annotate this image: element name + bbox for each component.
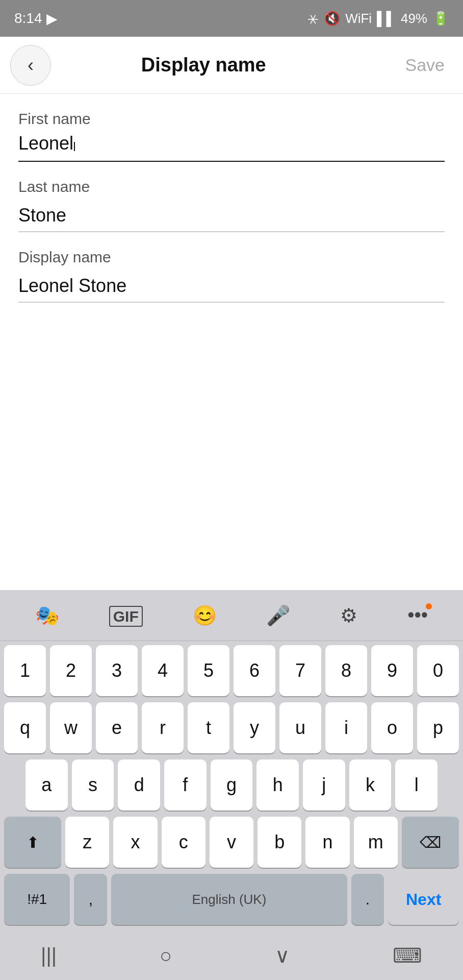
- recent-apps-button[interactable]: |||: [41, 944, 57, 967]
- text-cursor: [74, 142, 75, 151]
- key-u[interactable]: u: [279, 702, 321, 753]
- num-symbol-button[interactable]: !#1: [4, 874, 70, 925]
- bottom-row: !#1 , English (UK) . Next: [0, 870, 463, 931]
- form-content: First name Leonel Last name Stone Displa…: [0, 94, 463, 303]
- more-button[interactable]: •••: [399, 599, 436, 631]
- key-v[interactable]: v: [210, 817, 253, 868]
- key-o[interactable]: o: [371, 702, 413, 753]
- nav-bar: ||| ○ ∨ ⌨: [0, 931, 463, 980]
- key-i[interactable]: i: [325, 702, 367, 753]
- key-1[interactable]: 1: [4, 645, 46, 696]
- key-m[interactable]: m: [354, 817, 398, 868]
- key-e[interactable]: e: [96, 702, 138, 753]
- display-name-label: Display name: [18, 249, 445, 266]
- key-b[interactable]: b: [258, 817, 301, 868]
- space-key[interactable]: English (UK): [111, 874, 347, 925]
- signal-icon: ▌▌: [377, 11, 396, 27]
- key-3[interactable]: 3: [96, 645, 138, 696]
- key-z[interactable]: z: [65, 817, 109, 868]
- number-row: 1 2 3 4 5 6 7 8 9 0: [0, 641, 463, 698]
- keyboard-toggle-button[interactable]: ⌨: [393, 944, 422, 967]
- mic-icon: 🎤: [266, 605, 290, 626]
- notification-dot: [426, 603, 432, 609]
- key-2[interactable]: 2: [50, 645, 92, 696]
- last-name-section: Last name Stone: [18, 178, 445, 232]
- battery-percent: 49%: [401, 11, 427, 27]
- key-9[interactable]: 9: [371, 645, 413, 696]
- key-c[interactable]: c: [162, 817, 205, 868]
- backspace-button[interactable]: ⌫: [402, 817, 459, 868]
- camera-icon: ▶: [46, 10, 58, 27]
- key-r[interactable]: r: [142, 702, 184, 753]
- sticker-icon: 🎭: [35, 605, 59, 626]
- emoji-button[interactable]: 😊: [185, 599, 225, 632]
- key-t[interactable]: t: [188, 702, 229, 753]
- key-7[interactable]: 7: [279, 645, 321, 696]
- home-button[interactable]: ○: [160, 944, 172, 967]
- next-button[interactable]: Next: [388, 874, 459, 925]
- asdf-row: a s d f g h j k l: [0, 755, 463, 813]
- period-key[interactable]: .: [351, 874, 384, 925]
- key-l[interactable]: l: [395, 760, 438, 811]
- zxcvbnm-row: ⬆ z x c v b n m ⌫: [0, 813, 463, 870]
- mic-button[interactable]: 🎤: [258, 599, 298, 632]
- back-nav-button[interactable]: ∨: [275, 944, 290, 967]
- sticker-button[interactable]: 🎭: [27, 599, 67, 632]
- key-d[interactable]: d: [118, 760, 160, 811]
- gear-icon: ⚙: [340, 605, 357, 626]
- keyboard: 🎭 GIF 😊 🎤 ⚙ ••• 1 2 3 4 5 6 7 8 9 0 q: [0, 590, 463, 980]
- key-h[interactable]: h: [256, 760, 299, 811]
- status-left: 8:14 ▶: [14, 10, 58, 27]
- key-k[interactable]: k: [349, 760, 392, 811]
- key-0[interactable]: 0: [417, 645, 459, 696]
- key-g[interactable]: g: [211, 760, 253, 811]
- key-j[interactable]: j: [303, 760, 345, 811]
- volume-off-icon: 🔇: [324, 11, 340, 27]
- key-s[interactable]: s: [72, 760, 114, 811]
- key-q[interactable]: q: [4, 702, 46, 753]
- key-y[interactable]: y: [234, 702, 275, 753]
- key-6[interactable]: 6: [234, 645, 275, 696]
- key-w[interactable]: w: [50, 702, 92, 753]
- key-f[interactable]: f: [164, 760, 207, 811]
- display-name-section: Display name Leonel Stone: [18, 249, 445, 303]
- first-name-value: Leonel: [18, 133, 73, 154]
- key-4[interactable]: 4: [142, 645, 184, 696]
- recent-apps-icon: |||: [41, 944, 57, 967]
- wifi-icon: WiFi: [345, 11, 372, 27]
- app-bar: ‹ Display name Save: [0, 37, 463, 94]
- key-x[interactable]: x: [113, 817, 157, 868]
- keyboard-icon: ⌨: [393, 944, 422, 967]
- qwerty-row: q w e r t y u i o p: [0, 698, 463, 755]
- key-5[interactable]: 5: [188, 645, 229, 696]
- last-name-label: Last name: [18, 178, 445, 195]
- status-right: ⚹ 🔇 WiFi ▌▌ 49% 🔋: [307, 11, 449, 27]
- key-a[interactable]: a: [25, 760, 68, 811]
- shift-button[interactable]: ⬆: [4, 817, 61, 868]
- more-icon: •••: [407, 604, 428, 626]
- keyboard-toolbar: 🎭 GIF 😊 🎤 ⚙ •••: [0, 590, 463, 641]
- page-title: Display name: [10, 54, 397, 76]
- status-bar: 8:14 ▶ ⚹ 🔇 WiFi ▌▌ 49% 🔋: [0, 0, 463, 37]
- gif-icon: GIF: [109, 606, 143, 627]
- first-name-section: First name Leonel: [18, 110, 445, 162]
- last-name-value: Stone: [18, 200, 445, 232]
- status-time: 8:14: [14, 10, 42, 27]
- display-name-value: Leonel Stone: [18, 270, 445, 303]
- key-n[interactable]: n: [305, 817, 349, 868]
- comma-key[interactable]: ,: [74, 874, 107, 925]
- emoji-icon: 😊: [193, 605, 217, 626]
- gif-button[interactable]: GIF: [101, 599, 151, 631]
- home-icon: ○: [160, 944, 172, 967]
- first-name-label: First name: [18, 110, 445, 128]
- chevron-down-icon: ∨: [275, 944, 290, 967]
- settings-button[interactable]: ⚙: [332, 599, 366, 632]
- save-button[interactable]: Save: [397, 50, 453, 80]
- battery-icon: 🔋: [432, 11, 449, 27]
- key-8[interactable]: 8: [325, 645, 367, 696]
- key-p[interactable]: p: [417, 702, 459, 753]
- bluetooth-icon: ⚹: [307, 11, 319, 27]
